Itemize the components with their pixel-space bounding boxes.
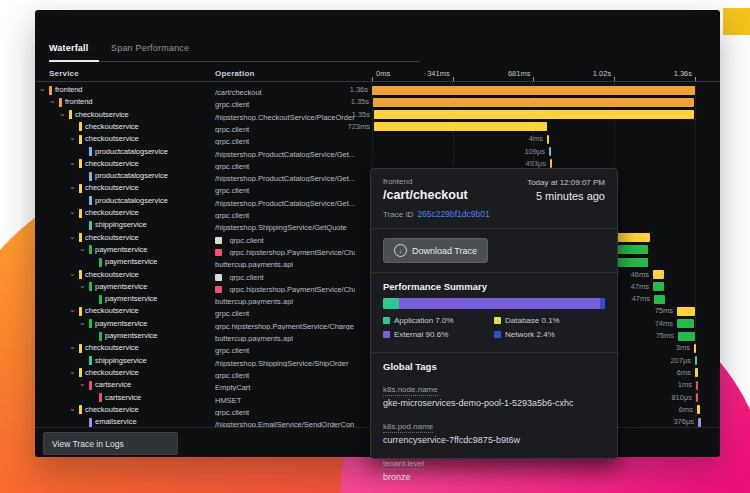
operation-name: /cart/checkout	[215, 88, 262, 96]
span-bar[interactable]	[677, 319, 694, 328]
span-bar[interactable]	[613, 233, 650, 242]
span-bar[interactable]	[654, 295, 665, 304]
span-bar[interactable]	[653, 270, 664, 279]
service-color-indicator	[99, 332, 102, 341]
operation-name: grpc.client	[215, 371, 249, 379]
span-bar[interactable]	[374, 122, 547, 131]
service-color-indicator	[89, 356, 92, 365]
chevron-down-icon[interactable]: ⌄	[69, 341, 76, 353]
span-bar[interactable]	[373, 98, 694, 107]
operation-name: grpc.client	[229, 273, 263, 281]
service-color-indicator	[99, 258, 102, 267]
span-bar[interactable]	[614, 258, 648, 267]
duration-label: 6ms	[645, 367, 691, 379]
span-bar[interactable]	[695, 356, 697, 365]
span-bar[interactable]	[695, 368, 698, 377]
popup-timestamp-block: Today at 12:09:07 PM 5 minutes ago	[527, 178, 605, 202]
chevron-down-icon[interactable]: ⌄	[69, 132, 76, 144]
operation-name: grpc.client	[215, 211, 249, 219]
span-bar[interactable]	[696, 381, 698, 390]
performance-legend: Application 7.0%Database 0.1%External 90…	[383, 316, 605, 344]
view-trace-in-logs-button[interactable]: View Trace in Logs	[43, 432, 178, 455]
chevron-down-icon[interactable]: ⌄	[79, 378, 86, 390]
span-bar[interactable]	[547, 135, 549, 144]
service-color-indicator	[89, 282, 92, 291]
legend-label: Database 0.1%	[505, 316, 560, 325]
service-color-indicator	[59, 98, 62, 107]
operation-name: /hipstershop.EmailService/SendOrderCon..…	[215, 420, 355, 427]
span-bar[interactable]	[678, 332, 695, 341]
duration-label: 4ms	[497, 133, 543, 145]
service-name: paymentservice	[105, 330, 158, 342]
chevron-down-icon[interactable]: ⌄	[69, 181, 76, 193]
span-bar[interactable]	[694, 344, 696, 353]
span-bar[interactable]	[372, 86, 695, 95]
chevron-down-icon[interactable]: ⌄	[69, 268, 76, 280]
popup-header: frontend /cart/checkout Today at 12:09:0…	[371, 169, 617, 229]
service-color-indicator	[79, 135, 82, 144]
table-row[interactable]: ⌄ checkoutservice /hipstershop.CheckoutS…	[35, 109, 720, 121]
service-color-indicator	[79, 233, 82, 242]
global-tag: k8s.node.namegke-microservices-demo-pool…	[383, 378, 605, 408]
span-bar[interactable]	[698, 418, 701, 427]
table-row[interactable]: productcatalogservice /hipstershop.Produ…	[35, 146, 720, 158]
download-trace-button[interactable]: ↓ Download Trace	[383, 238, 488, 263]
service-name: paymentservice	[95, 244, 148, 256]
span-bar[interactable]	[549, 147, 551, 156]
chevron-down-icon[interactable]: ⌄	[79, 280, 86, 292]
span-bar[interactable]	[697, 405, 700, 414]
legend-item: Database 0.1%	[494, 316, 605, 325]
span-status-icon	[215, 249, 222, 256]
chevron-down-icon[interactable]: ⌄	[59, 108, 66, 120]
operation-name: /hipstershop.ShippingService/GetQuote	[215, 223, 347, 231]
span-bar[interactable]	[550, 159, 552, 168]
tag-value: bronze	[383, 472, 605, 482]
operation-name: /hipstershop.ProductCatalogService/Get..…	[215, 174, 355, 182]
span-bar[interactable]	[374, 110, 694, 119]
duration-label: 3ms	[644, 342, 690, 354]
chevron-down-icon[interactable]: ⌄	[69, 206, 76, 218]
decor-yellow-square	[723, 8, 750, 35]
chevron-down-icon[interactable]: ⌄	[69, 231, 76, 243]
performance-summary-section: Performance Summary Application 7.0%Data…	[371, 273, 617, 353]
service-color-indicator	[89, 221, 92, 230]
tab-span-performance[interactable]: Span Performance	[111, 43, 189, 53]
operation-name: /hipstershop.ProductCatalogService/Get..…	[215, 150, 355, 158]
chevron-down-icon[interactable]: ⌄	[79, 317, 86, 329]
chevron-down-icon[interactable]: ⌄	[49, 95, 56, 107]
table-row[interactable]: ⌄ frontend /cart/checkout 1.36s	[35, 84, 720, 96]
chevron-down-icon[interactable]: ⌄	[69, 366, 76, 378]
service-color-indicator	[79, 405, 82, 414]
chevron-down-icon[interactable]: ⌄	[69, 403, 76, 415]
chevron-down-icon[interactable]: ⌄	[79, 243, 86, 255]
service-name: checkoutservice	[85, 269, 139, 281]
tag-label: tenant.level	[383, 459, 424, 470]
table-row[interactable]: ⌄ frontend grpc.client 1.35s	[35, 96, 720, 108]
service-color-indicator	[79, 307, 82, 316]
legend-item: Network 2.4%	[494, 330, 605, 339]
service-name: checkoutservice	[85, 342, 139, 354]
operation-name: grpc.client	[215, 309, 249, 317]
span-status-icon	[215, 237, 222, 244]
operation-name: grpc.client	[215, 137, 249, 145]
duration-label: 6ms	[647, 404, 693, 416]
span-bar[interactable]	[696, 393, 698, 402]
perf-segment-external	[399, 298, 599, 309]
tab-waterfall[interactable]: Waterfall	[49, 43, 88, 53]
span-bar[interactable]	[613, 245, 648, 254]
span-bar[interactable]	[653, 282, 664, 291]
service-name: checkoutservice	[85, 121, 139, 133]
legend-item: Application 7.0%	[383, 316, 494, 325]
chevron-down-icon[interactable]: ⌄	[39, 83, 46, 95]
service-name: productcatalogservice	[95, 195, 168, 207]
service-color-indicator	[79, 344, 82, 353]
table-row[interactable]: checkoutservice grpc.client 723ms	[35, 121, 720, 133]
table-row[interactable]: ⌄ checkoutservice grpc.client 4ms	[35, 133, 720, 145]
chevron-down-icon[interactable]: ⌄	[69, 304, 76, 316]
operation-name: grpc.client	[215, 162, 249, 170]
span-bar[interactable]	[677, 307, 695, 316]
chevron-down-icon[interactable]: ⌄	[69, 157, 76, 169]
download-icon: ↓	[394, 244, 407, 257]
trace-id-link[interactable]: 265c229bf1dc9b01	[417, 209, 489, 219]
operation-name: HMSET	[215, 396, 241, 404]
